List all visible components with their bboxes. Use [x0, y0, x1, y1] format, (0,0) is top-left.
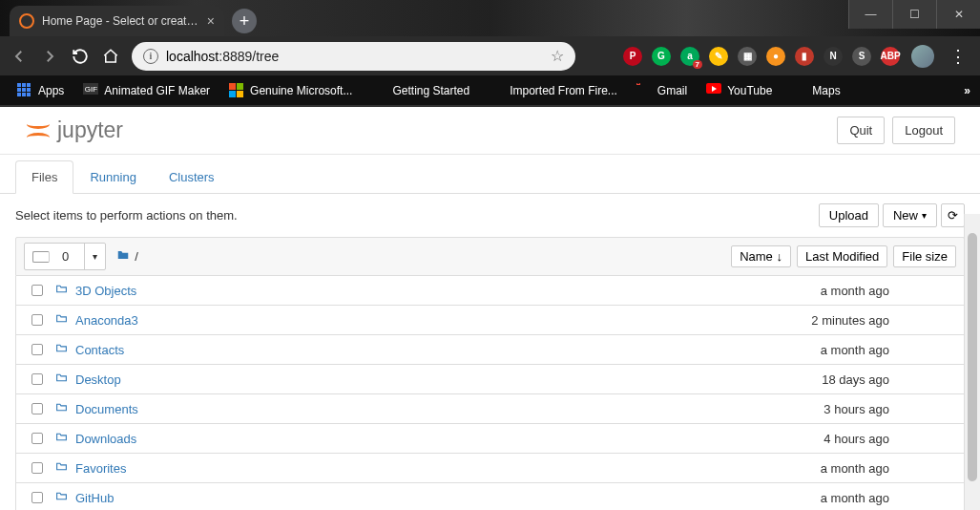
sort-size-button[interactable]: File size [893, 245, 956, 267]
scrollbar[interactable] [964, 214, 980, 510]
row-checkbox[interactable] [31, 373, 43, 385]
file-modified: a month ago [821, 284, 956, 298]
bookmark-item[interactable]: Apps [10, 79, 72, 102]
folder-icon[interactable] [115, 248, 131, 265]
window-controls: — ☐ ✕ [848, 0, 980, 29]
file-link[interactable]: GitHub [75, 491, 114, 505]
browser-menu-icon[interactable]: ⋮ [946, 46, 970, 67]
extension-icon[interactable]: ● [766, 47, 785, 66]
bookmark-item[interactable]: Maps [783, 79, 847, 102]
refresh-icon: ⟳ [948, 208, 958, 223]
bookmark-icon [371, 83, 386, 98]
extension-icon[interactable]: ✎ [709, 47, 728, 66]
bookmark-item[interactable]: Gmail [629, 79, 695, 102]
address-bar[interactable]: i localhost:8889/tree ☆ [132, 42, 575, 71]
bookmark-item[interactable]: Imported From Fire... [481, 79, 625, 102]
file-row: Documents3 hours ago [15, 394, 965, 424]
bookmark-item[interactable]: GIFAnimated GIF Maker [75, 79, 218, 102]
file-link[interactable]: Favorites [75, 461, 126, 476]
bookmark-star-icon[interactable]: ☆ [551, 47, 564, 65]
bookmark-label: Genuine Microsoft... [250, 84, 352, 97]
close-icon[interactable]: × [207, 13, 215, 29]
row-checkbox[interactable] [31, 285, 43, 296]
folder-icon [54, 342, 69, 357]
select-control[interactable]: 0 ▾ [24, 243, 106, 270]
hint-text: Select items to perform actions on them. [15, 208, 815, 223]
file-row: Desktop18 days ago [15, 365, 965, 394]
extension-icon[interactable]: ▮ [795, 47, 814, 66]
extensions-area: PGa7✎▦●▮NSABP [623, 47, 900, 66]
file-link[interactable]: Downloads [75, 432, 136, 446]
reload-icon[interactable] [71, 47, 90, 66]
jupyter-favicon [19, 13, 34, 29]
window-close-button[interactable]: ✕ [936, 0, 980, 29]
row-checkbox[interactable] [31, 344, 43, 355]
jupyter-header: jupyter Quit Logout [0, 107, 980, 155]
bookmark-item[interactable]: Genuine Microsoft... [221, 79, 360, 102]
bookmark-item[interactable]: YouTube [699, 79, 780, 102]
file-row: Downloads4 hours ago [15, 424, 965, 454]
browser-tab[interactable]: Home Page - Select or create a n × [10, 6, 224, 36]
new-tab-button[interactable]: + [232, 9, 257, 33]
info-icon[interactable]: i [143, 49, 158, 64]
minimize-button[interactable]: — [848, 0, 892, 29]
bookmark-item[interactable]: Getting Started [364, 79, 477, 102]
sort-modified-button[interactable]: Last Modified [797, 245, 887, 267]
logout-button[interactable]: Logout [892, 117, 955, 144]
file-modified: 18 days ago [822, 372, 956, 387]
row-checkbox[interactable] [31, 492, 43, 503]
bookmark-icon [489, 83, 504, 98]
file-link[interactable]: Documents [75, 402, 138, 416]
maximize-button[interactable]: ☐ [892, 0, 936, 29]
file-link[interactable]: Contacts [75, 343, 124, 357]
file-modified: 3 hours ago [824, 402, 956, 416]
bookmarks-overflow-icon[interactable]: » [964, 84, 970, 97]
upload-button[interactable]: Upload [819, 203, 879, 227]
row-checkbox[interactable] [31, 462, 43, 474]
select-dropdown-icon[interactable]: ▾ [85, 244, 105, 269]
caret-down-icon: ▾ [922, 210, 927, 221]
breadcrumb[interactable]: / [135, 249, 138, 264]
extension-icon[interactable]: S [852, 47, 871, 66]
quit-button[interactable]: Quit [837, 117, 885, 144]
sort-name-button[interactable]: Name ↓ [731, 245, 791, 267]
bookmark-icon [636, 83, 652, 98]
jupyter-logo-icon [25, 117, 52, 144]
extension-icon[interactable]: a7 [680, 47, 699, 66]
bookmark-label: Imported From Fire... [510, 84, 617, 97]
file-modified: a month ago [821, 461, 956, 476]
file-modified: 4 hours ago [824, 432, 956, 446]
file-link[interactable]: 3D Objects [75, 284, 136, 298]
jupyter-logo[interactable]: jupyter [25, 117, 123, 144]
extension-icon[interactable]: G [652, 47, 671, 66]
extension-icon[interactable]: ▦ [738, 47, 757, 66]
tab-running[interactable]: Running [73, 160, 152, 194]
select-all-checkbox[interactable] [32, 251, 50, 263]
url-text: localhost:8889/tree [166, 49, 279, 64]
bookmark-label: Getting Started [392, 84, 469, 97]
folder-icon [54, 312, 69, 328]
folder-icon [54, 283, 69, 298]
row-checkbox[interactable] [31, 403, 43, 414]
file-modified: a month ago [821, 491, 956, 505]
jupyter-logo-text: jupyter [57, 117, 123, 143]
refresh-button[interactable]: ⟳ [941, 203, 965, 227]
select-count: 0 [54, 246, 76, 266]
extension-icon[interactable]: P [623, 47, 642, 66]
row-checkbox[interactable] [31, 433, 43, 444]
home-icon[interactable] [101, 47, 120, 66]
file-link[interactable]: Desktop [75, 372, 121, 387]
back-icon[interactable] [10, 47, 29, 66]
tab-files[interactable]: Files [15, 160, 73, 194]
forward-icon[interactable] [40, 47, 59, 66]
bookmark-icon [17, 83, 32, 98]
new-button[interactable]: New ▾ [883, 203, 937, 227]
browser-toolbar: i localhost:8889/tree ☆ PGa7✎▦●▮NSABP ⋮ [0, 36, 980, 76]
extension-icon[interactable]: N [824, 47, 843, 66]
tab-clusters[interactable]: Clusters [153, 160, 231, 194]
bookmark-icon: GIF [83, 83, 98, 98]
row-checkbox[interactable] [31, 314, 43, 326]
profile-avatar[interactable] [911, 45, 934, 68]
file-link[interactable]: Anaconda3 [75, 313, 138, 328]
extension-icon[interactable]: ABP [881, 47, 900, 66]
